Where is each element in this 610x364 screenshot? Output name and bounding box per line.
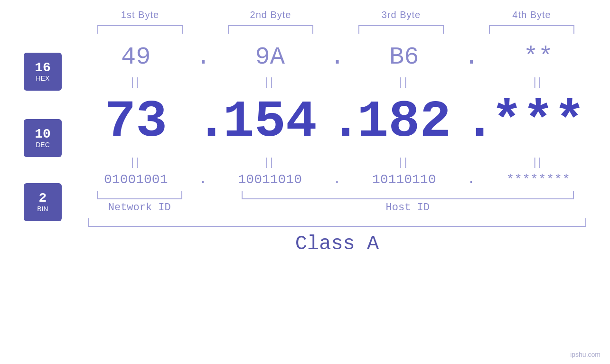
equals-7: || [344, 155, 464, 168]
bracket-top-4 [489, 25, 574, 34]
bracket-top-1 [97, 25, 183, 34]
byte-headers-row: 1st Byte 2nd Byte 3rd Byte 4th Byte [75, 9, 597, 20]
bin-cell-2: 10011010 [210, 172, 330, 187]
bin-value-2: 10011010 [238, 172, 302, 187]
big-bracket-row [76, 218, 598, 227]
bin-badge-num: 2 [39, 192, 47, 205]
dec-badge-num: 10 [35, 128, 51, 141]
dec-cell-4: *** [479, 96, 599, 148]
top-brackets [75, 25, 597, 34]
network-bracket [97, 191, 182, 199]
hex-dot-3: . [464, 43, 479, 71]
bracket-cell-1 [75, 25, 206, 34]
network-id-label: Network ID [76, 202, 203, 214]
hex-value-4: ** [524, 43, 553, 71]
hex-cell-3: B6 [344, 43, 464, 71]
hex-badge-label: HEX [36, 75, 50, 82]
host-bracket [242, 191, 574, 199]
dec-cell-1: 73 [76, 96, 196, 148]
hex-cell-1: 49 [76, 43, 196, 71]
main-container: 1st Byte 2nd Byte 3rd Byte 4th Byte 16 H… [0, 0, 610, 364]
equals-4: || [479, 75, 599, 88]
hex-dot-1: . [196, 43, 210, 71]
bracket-cell-4 [467, 25, 597, 34]
hex-row: 49 . 9A . B6 . ** [76, 43, 598, 71]
dec-dot-3: . [464, 92, 479, 151]
bin-value-3: 10110110 [372, 172, 436, 187]
id-labels-row: Network ID Host ID [76, 202, 598, 214]
bin-badge: 2 BIN [24, 183, 62, 221]
hex-cell-4: ** [479, 43, 599, 71]
dec-badge: 10 DEC [24, 119, 62, 157]
dec-value-1: 73 [104, 92, 167, 151]
bin-badge-label: BIN [37, 205, 48, 213]
bin-cell-4: ******** [479, 172, 599, 187]
network-bracket-cell [76, 191, 203, 199]
bracket-cell-2 [206, 25, 336, 34]
bin-cell-3: 10110110 [344, 172, 464, 187]
equals-5: || [76, 155, 196, 168]
bin-cell-1: 01001001 [76, 172, 196, 187]
big-bottom-bracket [88, 218, 586, 227]
hex-value-2: 9A [255, 43, 285, 71]
equals-row-1: || || || || [76, 75, 598, 88]
hex-value-1: 49 [121, 43, 150, 71]
bin-value-1: 01001001 [104, 172, 168, 187]
base-badges: 16 HEX 10 DEC 2 BIN [0, 43, 62, 221]
hex-badge-num: 16 [35, 61, 51, 75]
hex-dot-2: . [330, 43, 344, 71]
bin-dot-3: . [464, 172, 479, 187]
equals-3: || [344, 75, 464, 88]
equals-8: || [479, 155, 599, 168]
hex-cell-2: 9A [210, 43, 330, 71]
bin-value-4: ******** [507, 172, 570, 187]
bracket-top-3 [358, 25, 444, 34]
bin-dot-1: . [196, 172, 210, 187]
dec-value-3: 182 [357, 92, 451, 151]
all-rows: 49 . 9A . B6 . ** [76, 43, 598, 255]
dec-cell-2: 154 [210, 96, 330, 148]
bracket-cell-3 [336, 25, 467, 34]
dec-row: 73 . 154 . 182 . *** [76, 92, 598, 151]
dec-cell-3: 182 [344, 96, 464, 148]
dec-dot-1: . [196, 92, 210, 151]
bin-dot-2: . [330, 172, 344, 187]
byte-header-2: 2nd Byte [206, 9, 336, 20]
byte-header-1: 1st Byte [75, 9, 206, 20]
hex-value-3: B6 [389, 43, 419, 71]
dec-value-2: 154 [223, 92, 317, 151]
dec-badge-label: DEC [36, 141, 50, 149]
host-id-label: Host ID [217, 202, 599, 214]
bottom-brackets-row [76, 191, 598, 199]
host-bracket-cell [217, 191, 599, 199]
dec-value-4: *** [491, 92, 585, 151]
dec-dot-2: . [330, 92, 344, 151]
byte-header-3: 3rd Byte [336, 9, 467, 20]
class-label: Class A [76, 233, 598, 255]
byte-header-4: 4th Byte [467, 9, 597, 20]
equals-row-2: || || || || [76, 155, 598, 168]
bin-row: 01001001 . 10011010 . 10110110 . [76, 172, 598, 187]
hex-badge: 16 HEX [24, 53, 62, 91]
equals-6: || [210, 155, 330, 168]
bracket-top-2 [228, 25, 313, 34]
watermark: ipshu.com [570, 351, 601, 358]
equals-2: || [210, 75, 330, 88]
equals-1: || [76, 75, 196, 88]
